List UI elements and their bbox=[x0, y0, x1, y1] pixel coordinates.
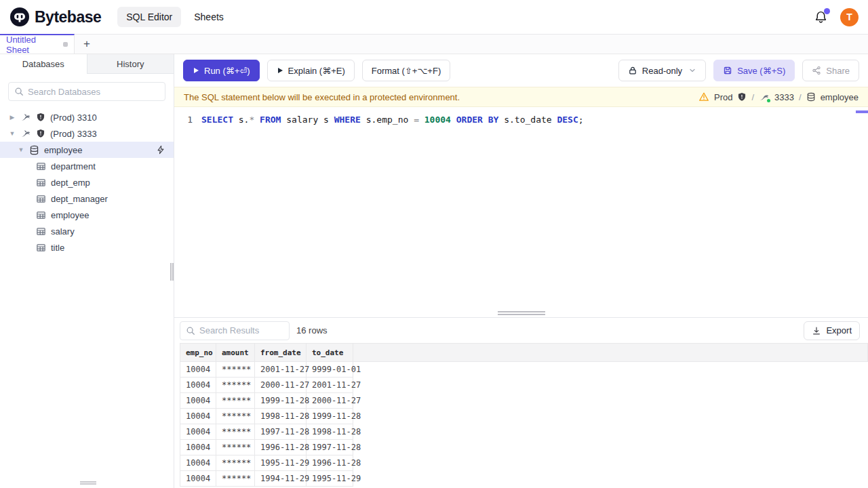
sql-editor-app: Bytebase SQL Editor Sheets T Untitled Sh… bbox=[0, 0, 868, 488]
result-cell-filler bbox=[353, 471, 868, 487]
result-cell: ****** bbox=[216, 455, 255, 471]
tree-table-dept_emp[interactable]: dept_emp bbox=[0, 174, 174, 190]
lock-icon bbox=[628, 66, 637, 75]
instance-label[interactable]: 3333 bbox=[774, 92, 794, 102]
sidebar-bottom-handle[interactable] bbox=[80, 481, 96, 485]
save-button[interactable]: Save (⌘+S) bbox=[713, 60, 795, 81]
readonly-mode-button[interactable]: Read-only bbox=[618, 60, 706, 81]
tree-table-dept_manager[interactable]: dept_manager bbox=[0, 190, 174, 207]
caret-down-icon: ▼ bbox=[9, 130, 16, 137]
result-row[interactable]: 10004******2001-11-279999-01-01 bbox=[180, 362, 868, 378]
database-label: employee bbox=[44, 145, 82, 155]
results-panel: 16 rows Export emp_noamountfrom_dateto_d… bbox=[174, 317, 868, 488]
nav-sql-editor[interactable]: SQL Editor bbox=[117, 7, 181, 27]
result-cell: 1998-11-28 bbox=[307, 424, 353, 440]
column-header-filler bbox=[353, 344, 868, 362]
shield-alert-icon bbox=[36, 129, 45, 138]
share-icon bbox=[812, 66, 821, 75]
format-button[interactable]: Format (⇧+⌥+F) bbox=[362, 60, 450, 81]
result-cell: 1998-11-28 bbox=[255, 409, 307, 424]
result-cell-filler bbox=[353, 393, 868, 409]
bytebase-logo-icon bbox=[9, 7, 30, 27]
result-row[interactable]: 10004******1999-11-282000-11-27 bbox=[180, 393, 868, 409]
explain-button[interactable]: Explain (⌘+E) bbox=[267, 60, 355, 81]
code-line: 1 SELECT s.* FROM salary s WHERE s.emp_n… bbox=[174, 113, 868, 126]
column-header-emp_no[interactable]: emp_no bbox=[180, 344, 216, 362]
share-button[interactable]: Share bbox=[802, 60, 859, 81]
table-label: department bbox=[51, 161, 96, 171]
result-row[interactable]: 10004******1996-11-281997-11-28 bbox=[180, 440, 868, 455]
top-header: Bytebase SQL Editor Sheets T bbox=[0, 0, 868, 34]
result-cell: 1999-11-28 bbox=[307, 409, 353, 424]
sidebar: Databases History ▶ bbox=[0, 54, 174, 488]
result-cell: 10004 bbox=[180, 424, 216, 440]
tree-table-title[interactable]: title bbox=[0, 239, 174, 256]
export-button[interactable]: Export bbox=[804, 321, 860, 340]
results-header-row: emp_noamountfrom_dateto_date bbox=[180, 344, 868, 362]
result-cell: 10004 bbox=[180, 362, 216, 378]
save-icon bbox=[723, 66, 732, 75]
search-databases-input[interactable] bbox=[28, 87, 159, 97]
tree-table-salary[interactable]: salary bbox=[0, 223, 174, 239]
brand-name: Bytebase bbox=[35, 8, 101, 26]
bolt-icon[interactable] bbox=[156, 145, 165, 155]
result-row[interactable]: 10004******1995-11-291996-11-28 bbox=[180, 455, 868, 471]
mysql-icon bbox=[20, 128, 31, 139]
result-cell: 1996-11-28 bbox=[255, 440, 307, 455]
result-row[interactable]: 10004******1998-11-281999-11-28 bbox=[180, 409, 868, 424]
shield-alert-icon bbox=[36, 113, 45, 122]
result-cell: 1996-11-28 bbox=[307, 455, 353, 471]
tree-instance-3333[interactable]: ▼ (Prod) 3333 bbox=[0, 125, 174, 142]
result-cell: ****** bbox=[216, 393, 255, 409]
result-row[interactable]: 10004******2000-11-272001-11-27 bbox=[180, 378, 868, 393]
column-header-amount[interactable]: amount bbox=[216, 344, 255, 362]
result-row[interactable]: 10004******1997-11-281998-11-28 bbox=[180, 424, 868, 440]
results-search bbox=[180, 321, 290, 340]
tree-table-employee[interactable]: employee bbox=[0, 207, 174, 223]
result-row[interactable]: 10004******1994-11-291995-11-29 bbox=[180, 471, 868, 487]
column-header-from_date[interactable]: from_date bbox=[255, 344, 307, 362]
avatar[interactable]: T bbox=[840, 8, 859, 26]
result-cell: ****** bbox=[216, 362, 255, 378]
sidebar-resize-handle[interactable] bbox=[170, 263, 174, 281]
connection-breadcrumb: Prod / 3333 bbox=[698, 92, 859, 102]
notification-bell-icon[interactable] bbox=[814, 10, 828, 24]
instance-label: (Prod) 3333 bbox=[50, 129, 97, 139]
result-cell: ****** bbox=[216, 378, 255, 393]
body: Databases History ▶ bbox=[0, 54, 868, 488]
result-cell: 10004 bbox=[180, 440, 216, 455]
protected-environment-banner: The SQL statement below will be executed… bbox=[174, 87, 868, 107]
column-header-to_date[interactable]: to_date bbox=[307, 344, 353, 362]
database-label[interactable]: employee bbox=[821, 92, 859, 102]
tree-database-employee[interactable]: ▼ employee bbox=[0, 142, 174, 158]
tab-history[interactable]: History bbox=[87, 54, 174, 73]
environment-label: Prod bbox=[714, 92, 732, 102]
add-sheet-button[interactable]: + bbox=[75, 35, 99, 54]
sql-editor[interactable]: 1 SELECT s.* FROM salary s WHERE s.emp_n… bbox=[174, 107, 868, 308]
instance-label: (Prod) 3310 bbox=[50, 113, 97, 123]
result-cell: 1997-11-28 bbox=[307, 440, 353, 455]
editor-toolbar: Run (⌘+⏎) Explain (⌘+E) Format (⇧+⌥+F) R… bbox=[174, 54, 868, 87]
tree-table-department[interactable]: department bbox=[0, 158, 174, 174]
tab-untitled-sheet[interactable]: Untitled Sheet bbox=[0, 34, 75, 54]
result-cell-filler bbox=[353, 455, 868, 471]
result-cell: ****** bbox=[216, 440, 255, 455]
unsaved-dot-icon bbox=[63, 42, 68, 47]
result-cell: 9999-01-01 bbox=[307, 362, 353, 378]
panel-resize-handle[interactable] bbox=[498, 311, 545, 315]
run-button[interactable]: Run (⌘+⏎) bbox=[183, 60, 260, 81]
notification-dot bbox=[824, 8, 830, 14]
connection-status-dot bbox=[767, 99, 770, 102]
overview-ruler-cursor bbox=[856, 110, 868, 113]
sheet-tab-strip: Untitled Sheet + bbox=[0, 34, 868, 54]
table-icon bbox=[36, 178, 46, 188]
play-icon bbox=[277, 67, 283, 74]
nav-sheets[interactable]: Sheets bbox=[185, 7, 233, 27]
result-cell: 10004 bbox=[180, 378, 216, 393]
search-icon bbox=[186, 326, 195, 336]
bytebase-logo[interactable]: Bytebase bbox=[9, 7, 101, 27]
tree-instance-3310[interactable]: ▶ (Prod) 3310 bbox=[0, 109, 174, 125]
results-toolbar: 16 rows Export bbox=[174, 318, 868, 343]
tab-databases[interactable]: Databases bbox=[0, 54, 87, 74]
panel-divider bbox=[174, 308, 868, 317]
